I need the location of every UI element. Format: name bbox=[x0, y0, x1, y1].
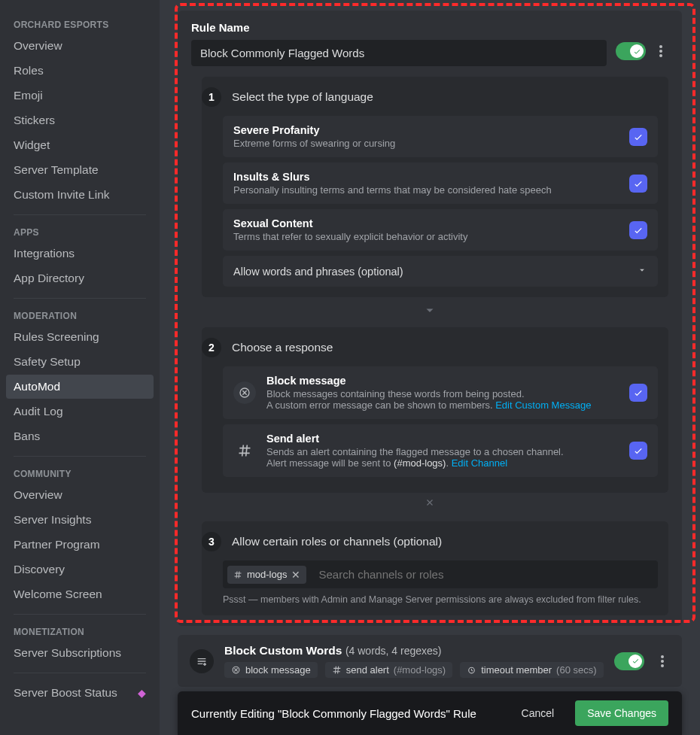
sidebar-item-overview[interactable]: Overview bbox=[6, 34, 154, 58]
rule-editor-panel: Rule Name 1 Select the type of language bbox=[178, 11, 682, 626]
svg-point-1 bbox=[659, 50, 662, 53]
search-roles-input[interactable] bbox=[311, 560, 658, 588]
step1-title: Select the type of language bbox=[232, 90, 373, 104]
rule-row-custom-words[interactable]: Block Custom Words (4 words, 4 regexes) … bbox=[178, 635, 682, 687]
step-badge-1: 1 bbox=[202, 87, 221, 107]
rule-more-menu-2[interactable] bbox=[655, 652, 670, 670]
sidebar-item-app-directory[interactable]: App Directory bbox=[6, 266, 154, 290]
sidebar-item-discovery[interactable]: Discovery bbox=[6, 557, 154, 582]
exempt-hint: Pssst — members with Admin and Manage Se… bbox=[223, 594, 658, 605]
sidebar-item-widget[interactable]: Widget bbox=[6, 133, 154, 157]
sidebar-item-template[interactable]: Server Template bbox=[6, 158, 154, 182]
chip-mod-logs[interactable]: mod-logs ✕ bbox=[227, 566, 306, 584]
sidebar-item-welcome[interactable]: Welcome Screen bbox=[6, 582, 154, 606]
option-send-alert[interactable]: Send alert Sends an alert containing the… bbox=[223, 424, 658, 477]
option-sexual-content[interactable]: Sexual Content Terms that refer to sexua… bbox=[223, 209, 658, 251]
sidebar-item-subscriptions[interactable]: Server Subscriptions bbox=[6, 641, 154, 665]
unsaved-changes-bar: Currently Editing "Block Commonly Flagge… bbox=[178, 691, 682, 735]
svg-point-8 bbox=[661, 664, 664, 667]
rule-list-icon[interactable] bbox=[190, 649, 214, 673]
cancel-button[interactable]: Cancel bbox=[511, 701, 565, 725]
opt-title: Severe Profanity bbox=[233, 124, 619, 136]
option-severe-profanity[interactable]: Severe Profanity Extreme forms of sweari… bbox=[223, 116, 658, 157]
badge-block-message: block message bbox=[224, 662, 318, 678]
step2-title: Choose a response bbox=[232, 341, 333, 354]
option-insults-slurs[interactable]: Insults & Slurs Personally insulting ter… bbox=[223, 162, 658, 204]
rule-enabled-toggle-2[interactable] bbox=[614, 652, 644, 670]
step-badge-2: 2 bbox=[202, 338, 221, 357]
chip-remove[interactable]: ✕ bbox=[291, 569, 300, 581]
svg-point-7 bbox=[661, 660, 664, 663]
rule-name-label: Rule Name bbox=[191, 21, 607, 34]
settings-sidebar: ORCHARD ESPORTS Overview Roles Emoji Sti… bbox=[0, 0, 160, 735]
block-desc1: Block messages containing these words fr… bbox=[266, 388, 525, 399]
section-language-type: 1 Select the type of language Severe Pro… bbox=[202, 77, 668, 297]
badge-timeout: timeout member (60 secs) bbox=[460, 662, 603, 678]
sidebar-item-emoji[interactable]: Emoji bbox=[6, 84, 154, 108]
checkbox-alert[interactable] bbox=[629, 442, 647, 460]
opt-desc: Personally insulting terms and terms tha… bbox=[233, 184, 619, 196]
cr-meta-text: (4 words, 4 regexes) bbox=[345, 645, 442, 657]
sidebar-item-boost[interactable]: Server Boost Status ◆ bbox=[6, 681, 154, 705]
chip-label: mod-logs bbox=[247, 569, 287, 580]
sidebar-heading-apps: APPS bbox=[6, 223, 154, 241]
sidebar-item-safety-setup[interactable]: Safety Setup bbox=[6, 350, 154, 374]
svg-point-6 bbox=[661, 655, 664, 658]
step3-title: Allow certain roles or channels (optiona… bbox=[232, 535, 442, 548]
sidebar-item-invite[interactable]: Custom Invite Link bbox=[6, 183, 154, 207]
allow-words-label: Allow words and phrases (optional) bbox=[233, 266, 403, 278]
svg-point-0 bbox=[659, 45, 662, 48]
rule-more-menu[interactable] bbox=[653, 42, 668, 60]
option-block-message[interactable]: Block message Block messages containing … bbox=[223, 366, 658, 419]
alert-desc2-pre: Alert message will be sent to bbox=[266, 457, 394, 469]
allow-words-expand[interactable]: Allow words and phrases (optional) bbox=[223, 256, 658, 287]
block-icon bbox=[233, 381, 256, 404]
svg-point-2 bbox=[659, 54, 662, 57]
edit-channel-link[interactable]: Edit Channel bbox=[452, 457, 507, 469]
sidebar-item-bans[interactable]: Bans bbox=[6, 424, 154, 448]
sidebar-item-automod[interactable]: AutoMod bbox=[6, 375, 154, 399]
sidebar-heading-server: ORCHARD ESPORTS bbox=[6, 15, 154, 33]
main-content: Rule Name 1 Select the type of language bbox=[160, 0, 700, 735]
opt-desc: Extreme forms of swearing or cursing bbox=[233, 138, 619, 149]
exempt-input-row[interactable]: mod-logs ✕ bbox=[223, 560, 658, 588]
rule-enabled-toggle[interactable] bbox=[616, 42, 646, 60]
sidebar-item-stickers[interactable]: Stickers bbox=[6, 108, 154, 132]
sidebar-item-integrations[interactable]: Integrations bbox=[6, 241, 154, 266]
alert-desc2-post: . bbox=[446, 457, 451, 469]
block-title: Block message bbox=[266, 375, 619, 387]
badge-send-alert: send alert (#mod-logs) bbox=[325, 662, 452, 678]
hash-icon bbox=[233, 439, 256, 462]
sidebar-heading-monetization: MONETIZATION bbox=[6, 622, 154, 640]
boost-label: Server Boost Status bbox=[14, 686, 117, 700]
checkbox-insults[interactable] bbox=[629, 175, 647, 193]
block-desc2: A custom error message can be shown to m… bbox=[266, 399, 493, 411]
alert-channel: (#mod-logs) bbox=[394, 457, 446, 469]
sidebar-item-community-overview[interactable]: Overview bbox=[6, 483, 154, 507]
checkbox-sexual[interactable] bbox=[629, 221, 647, 239]
alert-desc1: Sends an alert containing the flagged me… bbox=[266, 446, 564, 457]
chevron-down-icon bbox=[637, 265, 647, 278]
sidebar-item-rules-screening[interactable]: Rules Screening bbox=[6, 325, 154, 349]
sidebar-heading-community: COMMUNITY bbox=[6, 464, 154, 482]
checkbox-severe-profanity[interactable] bbox=[629, 128, 647, 146]
opt-title: Insults & Slurs bbox=[233, 171, 619, 183]
sidebar-item-audit-log[interactable]: Audit Log bbox=[6, 399, 154, 424]
opt-title: Sexual Content bbox=[233, 217, 619, 229]
rule-name-input[interactable] bbox=[191, 40, 607, 66]
save-bar-message: Currently Editing "Block Commonly Flagge… bbox=[191, 707, 501, 720]
sidebar-item-roles[interactable]: Roles bbox=[6, 59, 154, 83]
x-separator-icon bbox=[191, 497, 668, 511]
section-exempt: 3 Allow certain roles or channels (optio… bbox=[202, 521, 668, 615]
edit-custom-message-link[interactable]: Edit Custom Message bbox=[495, 399, 591, 411]
cr-title: Block Custom Words bbox=[224, 644, 342, 657]
sidebar-item-partner[interactable]: Partner Program bbox=[6, 533, 154, 557]
sidebar-heading-moderation: MODERATION bbox=[6, 306, 154, 324]
save-changes-button[interactable]: Save Changes bbox=[575, 700, 668, 726]
alert-title: Send alert bbox=[266, 433, 619, 445]
opt-desc: Terms that refer to sexually explicit be… bbox=[233, 231, 619, 242]
checkbox-block[interactable] bbox=[629, 384, 647, 402]
section-response: 2 Choose a response Block message Block … bbox=[202, 327, 668, 493]
sidebar-item-server-insights[interactable]: Server Insights bbox=[6, 508, 154, 532]
arrow-down-icon bbox=[191, 303, 668, 317]
